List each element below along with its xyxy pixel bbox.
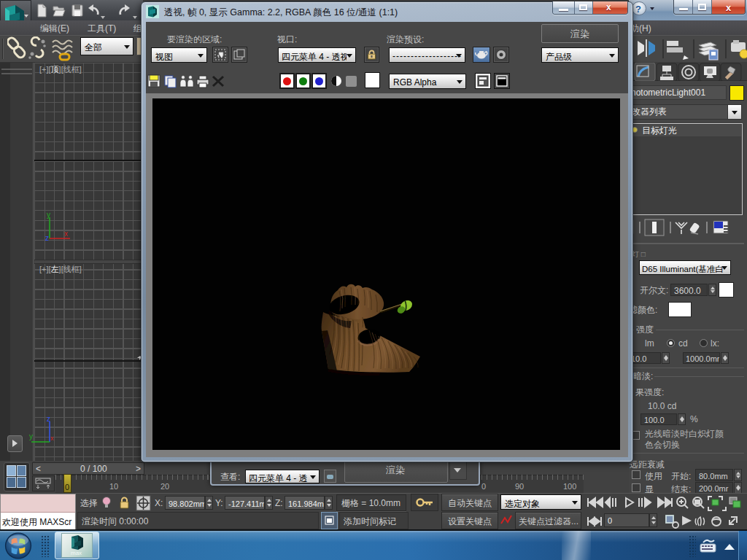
svg-text:x: x <box>50 435 54 442</box>
svg-text:y: y <box>47 211 50 219</box>
svg-text:x: x <box>64 230 68 238</box>
svg-text:y: y <box>29 432 33 440</box>
svg-text:max: max <box>71 550 82 556</box>
svg-text:z: z <box>45 234 49 242</box>
svg-text:z: z <box>47 415 50 423</box>
